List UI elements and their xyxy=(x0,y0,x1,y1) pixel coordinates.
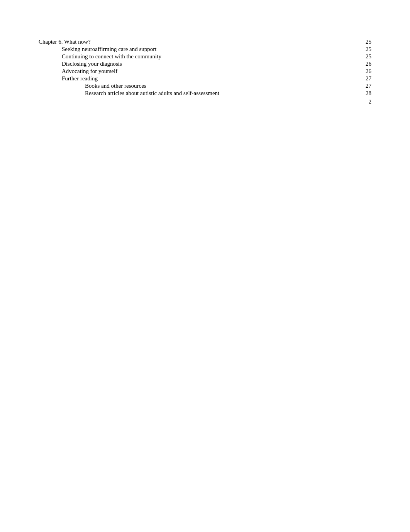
toc-entry-1[interactable]: Seeking neuroaffirming care and support2… xyxy=(39,46,371,53)
toc-entry-text-3: Disclosing your diagnosis xyxy=(62,61,360,67)
toc-entry-page-2: 25 xyxy=(360,53,371,60)
toc-entry-text-1: Seeking neuroaffirming care and support xyxy=(62,46,360,53)
toc-entry-text-5: Further reading xyxy=(62,75,360,82)
page-content: Chapter 6. What now?25Seeking neuroaffir… xyxy=(0,0,410,121)
toc-entry-0[interactable]: Chapter 6. What now?25 xyxy=(39,39,371,45)
toc-entry-2[interactable]: Continuing to connect with the community… xyxy=(39,53,371,60)
toc-entry-page-4: 26 xyxy=(360,68,371,75)
toc-entry-page-6: 27 xyxy=(360,83,371,89)
toc-entry-5[interactable]: Further reading27 xyxy=(39,75,371,82)
toc-entry-text-4: Advocating for yourself xyxy=(62,68,360,75)
toc-entry-page-3: 26 xyxy=(360,61,371,67)
toc-entry-text-6: Books and other resources xyxy=(85,83,360,89)
toc-entry-7[interactable]: Research articles about autistic adults … xyxy=(39,90,371,97)
toc-entry-page-5: 27 xyxy=(360,75,371,82)
toc-entry-text-7: Research articles about autistic adults … xyxy=(85,90,360,97)
page-number: 2 xyxy=(369,99,371,105)
toc-entry-text-0: Chapter 6. What now? xyxy=(39,39,360,45)
toc-entry-page-7: 28 xyxy=(360,90,371,97)
toc-entry-text-2: Continuing to connect with the community xyxy=(62,53,360,60)
toc-entry-3[interactable]: Disclosing your diagnosis26 xyxy=(39,61,371,67)
toc-entry-6[interactable]: Books and other resources27 xyxy=(39,83,371,89)
toc-entry-page-0: 25 xyxy=(360,39,371,45)
toc-container: Chapter 6. What now?25Seeking neuroaffir… xyxy=(39,39,371,97)
toc-entry-4[interactable]: Advocating for yourself26 xyxy=(39,68,371,75)
toc-entry-page-1: 25 xyxy=(360,46,371,53)
